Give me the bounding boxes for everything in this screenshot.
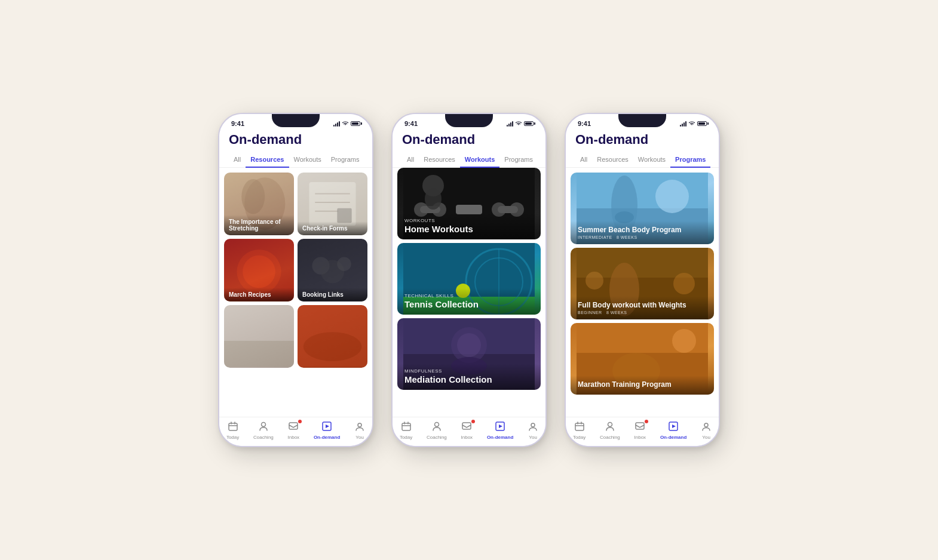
card-checkin[interactable]: Check-in Forms — [298, 173, 367, 235]
tab-programs[interactable]: Programs — [326, 152, 364, 168]
nav-item-on-demand[interactable]: On-demand — [660, 421, 686, 440]
nav-icon-coaching — [431, 421, 442, 434]
signal-bar-4 — [685, 121, 686, 127]
tab-resources[interactable]: Resources — [246, 152, 289, 168]
program-overlay: Marathon Training Program — [571, 376, 714, 395]
nav-icon-you — [354, 421, 365, 434]
nav-item-today[interactable]: Today — [400, 421, 412, 440]
nav-item-label: On-demand — [314, 435, 340, 440]
phone-phone-resources: 9:41 On-demandAllResourcesWorkoutsProgra… — [218, 113, 373, 447]
wifi-icon — [515, 121, 522, 127]
nav-badge — [298, 420, 302, 423]
nav-item-inbox[interactable]: Inbox — [288, 421, 300, 440]
signal-bar-1 — [333, 125, 335, 127]
nav-item-inbox[interactable]: Inbox — [634, 421, 646, 440]
phones-container: 9:41 On-demandAllResourcesWorkoutsProgra… — [218, 113, 720, 447]
signal-bar-3 — [683, 122, 685, 127]
nav-item-coaching[interactable]: Coaching — [427, 421, 447, 440]
nav-item-label: On-demand — [487, 435, 513, 440]
program-title: Marathon Training Program — [578, 380, 707, 389]
nav-item-label: Inbox — [461, 435, 473, 440]
program-title: Summer Beach Body Program — [578, 226, 707, 234]
program-title: Full Body workout with Weights — [578, 301, 707, 309]
nav-item-on-demand[interactable]: On-demand — [314, 421, 340, 440]
signal-bar-4 — [512, 121, 513, 127]
app-header: On-demand — [393, 130, 545, 152]
collection-card-meditation[interactable]: MINDFULNESS Mediation Collection — [397, 318, 541, 390]
nav-icon-today — [574, 421, 585, 434]
nav-icon-inbox — [634, 421, 645, 434]
signal-bars-icon — [333, 121, 340, 127]
nav-icon-coaching — [258, 421, 269, 434]
signal-bars-icon — [507, 121, 513, 127]
nav-item-label: Today — [400, 435, 412, 440]
card-running[interactable] — [224, 305, 294, 368]
card-label: Booking Links — [298, 288, 367, 301]
tab-all[interactable]: All — [229, 152, 246, 168]
nav-badge — [645, 420, 648, 423]
nav-item-label: Coaching — [253, 435, 274, 440]
status-icons — [680, 121, 707, 127]
nav-item-today[interactable]: Today — [573, 421, 586, 440]
tab-resources[interactable]: Resources — [592, 152, 633, 168]
battery-icon — [351, 121, 360, 126]
card-recipes[interactable]: March Recipes — [224, 239, 294, 301]
card-title: Tennis Collection — [404, 299, 534, 310]
tab-all[interactable]: All — [402, 152, 419, 168]
notch — [272, 114, 320, 127]
svg-point-24 — [358, 423, 361, 427]
signal-bar-2 — [508, 124, 510, 127]
tab-workouts[interactable]: Workouts — [460, 152, 500, 168]
svg-point-11 — [243, 256, 275, 288]
card-shoes[interactable] — [298, 305, 367, 368]
svg-point-59 — [586, 272, 603, 290]
nav-icon-inbox — [461, 421, 472, 434]
nav-item-label: You — [702, 435, 710, 440]
status-icons — [333, 121, 360, 127]
program-card-summer[interactable]: Summer Beach Body Program INTERMEDIATE 8… — [571, 173, 714, 244]
tab-programs[interactable]: Programs — [670, 152, 710, 168]
svg-point-47 — [434, 423, 439, 427]
nav-item-coaching[interactable]: Coaching — [600, 421, 620, 440]
nav-item-today[interactable]: Today — [226, 421, 239, 440]
tab-resources[interactable]: Resources — [419, 152, 460, 168]
notch — [445, 114, 493, 127]
card-overlay: MINDFULNESS Mediation Collection — [397, 364, 541, 390]
collection-card-home-workouts[interactable]: WORKOUTS Home Workouts — [397, 168, 541, 239]
signal-bar-2 — [682, 124, 683, 127]
tabs-row: AllResourcesWorkoutsPrograms — [219, 152, 372, 168]
nav-item-label: Coaching — [427, 435, 447, 440]
svg-point-60 — [673, 273, 695, 294]
tab-all[interactable]: All — [575, 152, 592, 168]
wifi-icon — [688, 121, 695, 127]
svg-rect-46 — [402, 423, 410, 430]
program-card-fullbody[interactable]: Full Body workout with Weights BEGINNER … — [571, 248, 714, 319]
tab-programs[interactable]: Programs — [499, 152, 538, 168]
card-title: Home Workouts — [404, 224, 534, 235]
nav-item-you[interactable]: You — [354, 421, 365, 440]
signal-bar-1 — [680, 125, 681, 127]
svg-rect-65 — [575, 423, 584, 430]
tab-workouts[interactable]: Workouts — [633, 152, 670, 168]
nav-item-inbox[interactable]: Inbox — [461, 421, 473, 440]
content-area: The Importance of StretchingCheck-in For… — [219, 168, 372, 417]
collection-card-tennis[interactable]: TECHNICAL SKILLS Tennis Collection — [397, 243, 541, 315]
program-overlay: Full Body workout with Weights BEGINNER … — [571, 296, 714, 319]
svg-point-15 — [337, 257, 351, 271]
program-card-marathon[interactable]: Marathon Training Program — [571, 323, 714, 395]
svg-point-44 — [457, 333, 481, 357]
card-subtitle: WORKOUTS — [404, 218, 534, 223]
nav-item-coaching[interactable]: Coaching — [253, 421, 274, 440]
nav-item-on-demand[interactable]: On-demand — [487, 421, 513, 440]
card-stretching[interactable]: The Importance of Stretching — [224, 173, 294, 235]
nav-item-label: Today — [573, 435, 586, 440]
card-booking[interactable]: Booking Links — [298, 239, 367, 301]
svg-point-21 — [261, 423, 265, 427]
page-title: On-demand — [575, 132, 709, 147]
tab-workouts[interactable]: Workouts — [289, 152, 326, 168]
svg-point-66 — [608, 423, 612, 427]
status-time: 9:41 — [404, 120, 418, 127]
nav-item-you[interactable]: You — [701, 421, 712, 440]
card-subtitle: TECHNICAL SKILLS — [404, 293, 534, 299]
nav-item-you[interactable]: You — [528, 421, 538, 440]
